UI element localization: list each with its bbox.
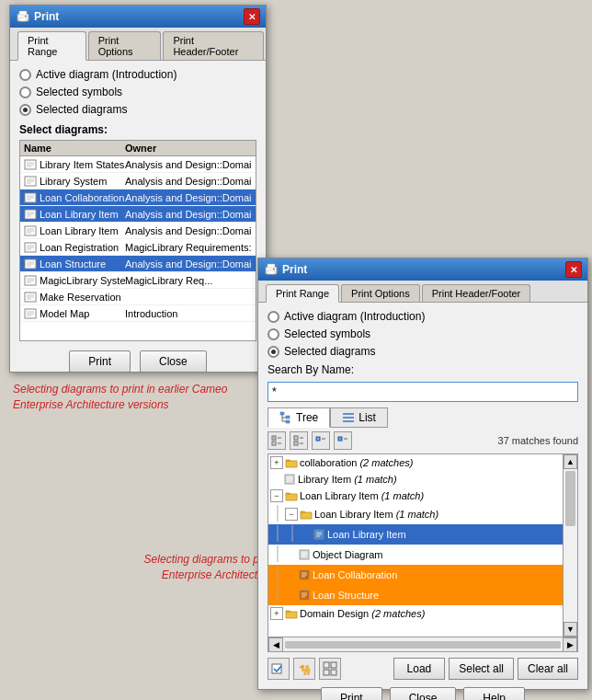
table-row[interactable]: Library System Analysis and Design::Doma… [20, 173, 256, 189]
radio-active-label-1: Active diagram (Introduction) [36, 68, 176, 81]
select-all-button[interactable]: Select all [449, 658, 514, 680]
table-row[interactable]: Make Reservation [20, 289, 256, 305]
clear-all-button[interactable]: Clear all [518, 658, 578, 680]
svg-rect-106 [331, 662, 336, 668]
load-button[interactable]: Load [393, 658, 446, 680]
tab-print-range-1[interactable]: Print Range [17, 31, 86, 61]
radio-active-2[interactable]: Active diagram (Introduction) [268, 310, 578, 323]
tree-item[interactable]: Loan Structure [268, 585, 563, 605]
search-row: Search By Name: [268, 363, 578, 376]
tree-indent [270, 525, 285, 544]
table-row[interactable]: Loan Library Item Analysis and Design::D… [20, 223, 256, 239]
titlebar-1: Print ✕ [10, 6, 266, 28]
table-row[interactable]: Model Map Introduction [20, 305, 256, 322]
tree-item[interactable]: + Domain Design (2 matches) [268, 605, 563, 622]
row-owner: Introduction [125, 308, 252, 319]
radio-circle-diagrams-1 [19, 104, 31, 116]
annotation-1: Selecting diagrams to print in earlier C… [13, 382, 243, 413]
tree-expander[interactable]: − [285, 508, 298, 521]
svg-text:🐪: 🐪 [299, 663, 312, 676]
tree-item[interactable]: − Loan Library Item (1 match) [268, 488, 563, 504]
help-button-2[interactable]: Help [463, 687, 525, 700]
row-owner: MagicLibrary Req... [125, 275, 252, 286]
tree-item[interactable]: − Loan Library Item (1 match) [268, 504, 563, 524]
tab-print-range-2[interactable]: Print Range [266, 284, 339, 303]
window2-close-btn[interactable]: ✕ [565, 261, 582, 278]
tree-item[interactable]: + collaboration (2 matches) [268, 454, 563, 471]
close-button-2[interactable]: Close [390, 687, 457, 700]
action-icon-1[interactable] [268, 658, 290, 680]
tree-node-label: Loan Library Item (1 match) [300, 490, 424, 501]
table-row[interactable]: MagicLibrary System MagicLibrary Req... [20, 272, 256, 289]
row-owner: Analysis and Design::Domain Analysis::Lo… [125, 209, 252, 220]
tree-node-label: Loan Library Item [327, 529, 406, 540]
tab-tree[interactable]: Tree [268, 407, 330, 428]
tree-item[interactable]: Library Item (1 match) [268, 471, 563, 488]
print-button-1[interactable]: Print [69, 350, 131, 373]
collapse-selected-btn[interactable] [334, 431, 352, 450]
window1-close-btn[interactable]: ✕ [244, 8, 260, 25]
bottom-actions-row: 🐪 Load Select all Clear all [268, 658, 578, 680]
radio-active-1[interactable]: Active diagram (Introduction) [19, 68, 256, 81]
tree-expander[interactable]: − [270, 489, 283, 502]
tab-print-options-2[interactable]: Print Options [341, 284, 420, 302]
expand-all-icon [271, 435, 282, 446]
scroll-right-btn[interactable]: ▶ [563, 637, 577, 652]
expand-all-btn[interactable] [268, 431, 286, 450]
section-label-1: Select diagrams: [19, 123, 256, 136]
tree-node-label: Loan Collaboration [313, 569, 397, 580]
tree-content: + collaboration (2 matches) Library Item… [268, 454, 563, 637]
tree-expander[interactable]: + [270, 456, 283, 469]
tree-item[interactable]: Loan Library Item [268, 524, 563, 545]
vertical-scrollbar[interactable]: ▲ ▼ [563, 454, 577, 637]
scroll-left-btn[interactable]: ◀ [268, 637, 283, 652]
radio-symbols-label-2: Selected symbols [284, 327, 370, 340]
tree-item[interactable]: Loan Collaboration [268, 565, 563, 585]
table-row[interactable]: Loan Library Item Analysis and Design::D… [20, 206, 256, 223]
close-button-1[interactable]: Close [140, 350, 207, 373]
action-icon-3[interactable] [319, 658, 341, 680]
scroll-thumb[interactable] [565, 471, 575, 526]
tab-print-options-1[interactable]: Print Options [88, 31, 162, 60]
tab-list[interactable]: List [330, 407, 388, 428]
scroll-track [564, 469, 577, 622]
table-body-1[interactable]: Library Item States Analysis and Design:… [20, 156, 256, 340]
titlebar-left-2: Print [264, 262, 307, 277]
radio-active-label-2: Active diagram (Introduction) [284, 310, 425, 323]
tree-panel[interactable]: + collaboration (2 matches) Library Item… [268, 453, 578, 637]
tree-node-icon [313, 528, 325, 541]
horizontal-scrollbar[interactable]: ◀ ▶ [268, 637, 578, 652]
table-row[interactable]: Loan Registration MagicLibrary Requireme… [20, 239, 256, 256]
search-input[interactable] [268, 382, 578, 402]
radio-symbols-1[interactable]: Selected symbols [19, 86, 256, 98]
radio-diagrams-1[interactable]: Selected diagrams [19, 103, 256, 116]
radio-group-2: Active diagram (Introduction) Selected s… [268, 310, 578, 358]
collapse-all-btn[interactable] [290, 431, 308, 450]
action-icon-2[interactable]: 🐪 [293, 658, 315, 680]
scroll-up-btn[interactable]: ▲ [564, 454, 577, 469]
radio-circle-symbols-1 [19, 86, 31, 98]
tree-expander[interactable]: + [270, 607, 283, 620]
expand-selected-btn[interactable] [312, 431, 330, 450]
radio-symbols-2[interactable]: Selected symbols [268, 327, 578, 340]
table-row[interactable]: Loan Collaboration Analysis and Design::… [20, 189, 256, 206]
tab-print-header-footer-1[interactable]: Print Header/Footer [163, 31, 264, 60]
tree-node-icon [298, 589, 311, 602]
print-icon-1 [16, 9, 30, 24]
tree-node-label: Domain Design (2 matches) [300, 608, 425, 619]
radio-diagrams-2[interactable]: Selected diagrams [268, 345, 578, 358]
radio-circle-active-1 [19, 69, 31, 81]
row-owner: Analysis and Design::Domain Analysis [125, 258, 252, 270]
tree-item[interactable]: Object Diagram [268, 545, 563, 565]
scroll-down-btn[interactable]: ▼ [564, 622, 577, 637]
radio-circle-symbols-2 [268, 328, 279, 340]
collapse-all-icon [293, 435, 304, 446]
tree-node-label: collaboration (2 matches) [300, 457, 414, 468]
print-button-2[interactable]: Print [321, 687, 382, 700]
header-name-1: Name [24, 143, 125, 154]
table-row[interactable]: Library Item States Analysis and Design:… [20, 156, 256, 173]
check-diagram-icon [271, 661, 286, 676]
tab-print-header-footer-2[interactable]: Print Header/Footer [422, 284, 531, 302]
svg-rect-50 [286, 420, 290, 423]
table-row[interactable]: Loan Structure Analysis and Design::Doma… [20, 256, 256, 272]
